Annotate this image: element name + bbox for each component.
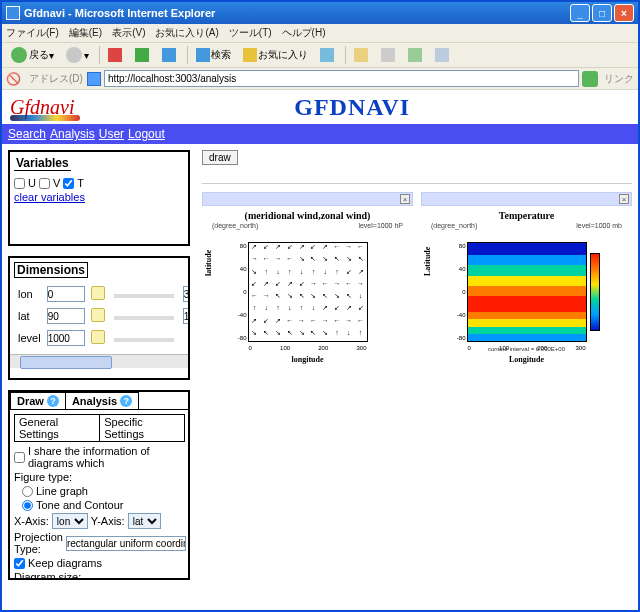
search-icon	[196, 48, 210, 62]
menu-help[interactable]: ヘルプ(H)	[282, 26, 326, 40]
diagram-temp-header[interactable]: ×	[421, 192, 632, 206]
window-titlebar: Gfdnavi - Microsoft Internet Explorer _ …	[2, 2, 638, 24]
menu-edit[interactable]: 編集(E)	[69, 26, 102, 40]
page-body: Gfdnavi GFDNAVI Search Analysis User Log…	[2, 90, 638, 612]
var-t-checkbox[interactable]	[63, 178, 74, 189]
window-minimize-button[interactable]: _	[570, 4, 590, 22]
window-close-button[interactable]: ×	[614, 4, 634, 22]
diagram-temperature: × Temperature (degree_north) level=1000 …	[421, 192, 632, 366]
print-icon	[381, 48, 395, 62]
close-icon[interactable]: ×	[400, 194, 410, 204]
stop-icon	[108, 48, 122, 62]
back-button[interactable]: 戻る ▾	[6, 45, 59, 65]
draw-button[interactable]: draw	[202, 150, 238, 165]
mail-icon	[354, 48, 368, 62]
tab-draw[interactable]: Draw?	[10, 392, 66, 409]
history-button[interactable]	[315, 45, 340, 65]
ie-icon	[6, 6, 20, 20]
nav-analysis[interactable]: Analysis	[50, 127, 95, 141]
help-icon[interactable]: ?	[120, 395, 132, 407]
subtab-specific[interactable]: Specific Settings	[99, 414, 185, 442]
print-button[interactable]	[376, 45, 401, 65]
dim-lon-max[interactable]	[183, 286, 190, 302]
clear-variables-link[interactable]: clear variables	[14, 191, 85, 203]
window-maximize-button[interactable]: □	[592, 4, 612, 22]
address-label: アドレス(D)	[29, 72, 83, 86]
draw-settings-panel: Draw? Analysis? General Settings Specifi…	[8, 390, 190, 580]
dim-level-input[interactable]	[47, 330, 85, 346]
dim-lon-input[interactable]	[47, 286, 85, 302]
projection-input[interactable]	[66, 536, 186, 551]
var-u-checkbox[interactable]	[14, 178, 25, 189]
chevron-down-icon: ▾	[84, 50, 89, 61]
variables-title: Variables	[14, 156, 71, 171]
dim-row-level: level	[16, 328, 190, 348]
subtab-general[interactable]: General Settings	[14, 414, 100, 442]
dim-lat-handle-icon[interactable]	[91, 308, 105, 322]
favorites-button[interactable]: お気に入り	[238, 45, 313, 65]
tab-analysis[interactable]: Analysis?	[65, 392, 139, 409]
menu-bar: ファイル(F) 編集(E) 表示(V) お気に入り(A) ツール(T) ヘルプ(…	[2, 24, 638, 42]
nav-logout[interactable]: Logout	[128, 127, 165, 141]
address-input[interactable]	[104, 70, 579, 87]
refresh-icon	[135, 48, 149, 62]
dim-lat-label: lat	[16, 306, 43, 326]
dimensions-scrollbar[interactable]	[10, 354, 188, 368]
stop-button[interactable]	[103, 45, 128, 65]
dim-row-lon: lon	[16, 284, 190, 304]
nav-user[interactable]: User	[99, 127, 124, 141]
share-label: I share the information of diagrams whic…	[28, 445, 184, 469]
forward-icon	[66, 47, 82, 63]
menu-fav[interactable]: お気に入り(A)	[155, 26, 218, 40]
dimensions-title: Dimensions	[14, 262, 88, 278]
discuss-button[interactable]	[430, 45, 455, 65]
keep-diagrams-checkbox[interactable]	[14, 558, 25, 569]
menu-file[interactable]: ファイル(F)	[6, 26, 59, 40]
address-bar: 🚫 アドレス(D) リンク	[2, 68, 638, 90]
dimensions-panel: Dimensions lon lat	[8, 256, 190, 380]
yaxis-select[interactable]: lat	[128, 513, 161, 529]
close-icon[interactable]: ×	[619, 194, 629, 204]
menu-tools[interactable]: ツール(T)	[229, 26, 272, 40]
right-column: draw × (meridional wind,zonal wind) (deg…	[196, 144, 638, 612]
dim-lat-input[interactable]	[47, 308, 85, 324]
star-icon	[243, 48, 257, 62]
var-v-label: V	[53, 177, 60, 189]
var-t-label: T	[77, 177, 84, 189]
dim-lat-max[interactable]	[183, 308, 190, 324]
separator	[202, 183, 632, 184]
page-title: GFDNAVI	[74, 94, 630, 121]
menu-view[interactable]: 表示(V)	[112, 26, 145, 40]
dim-lat-slider[interactable]	[114, 316, 174, 320]
forward-button[interactable]: ▾	[61, 45, 94, 65]
dim-lon-slider[interactable]	[114, 294, 174, 298]
temp-plot-area: 80400-40-80 0100200300	[467, 242, 587, 342]
help-icon[interactable]: ?	[47, 395, 59, 407]
home-button[interactable]	[157, 45, 182, 65]
mail-button[interactable]	[349, 45, 374, 65]
stop-small-icon[interactable]: 🚫	[6, 72, 21, 86]
xaxis-select[interactable]: lon	[52, 513, 88, 529]
edit-button[interactable]	[403, 45, 428, 65]
chevron-down-icon: ▾	[49, 50, 54, 61]
share-checkbox[interactable]	[14, 452, 25, 463]
var-v-checkbox[interactable]	[39, 178, 50, 189]
page-icon	[87, 72, 101, 86]
go-button[interactable]	[582, 71, 598, 87]
search-button[interactable]: 検索	[191, 45, 236, 65]
nav-search[interactable]: Search	[8, 127, 46, 141]
figure-type-tone-radio[interactable]	[22, 500, 33, 511]
dim-lon-handle-icon[interactable]	[91, 286, 105, 300]
dim-level-slider[interactable]	[114, 338, 174, 342]
dim-level-handle-icon[interactable]	[91, 330, 105, 344]
toolbar: 戻る ▾ ▾ 検索 お気に入り	[2, 42, 638, 68]
links-label[interactable]: リンク	[604, 72, 634, 86]
left-column: Variables U V T clear variables Dimensio…	[2, 144, 196, 612]
diagram-temp-title: Temperature	[421, 210, 632, 221]
refresh-button[interactable]	[130, 45, 155, 65]
figure-type-line-radio[interactable]	[22, 486, 33, 497]
diagram-wind: × (meridional wind,zonal wind) (degree_n…	[202, 192, 413, 366]
dim-row-lat: lat	[16, 306, 190, 326]
diagram-wind-title: (meridional wind,zonal wind)	[202, 210, 413, 221]
diagram-wind-header[interactable]: ×	[202, 192, 413, 206]
